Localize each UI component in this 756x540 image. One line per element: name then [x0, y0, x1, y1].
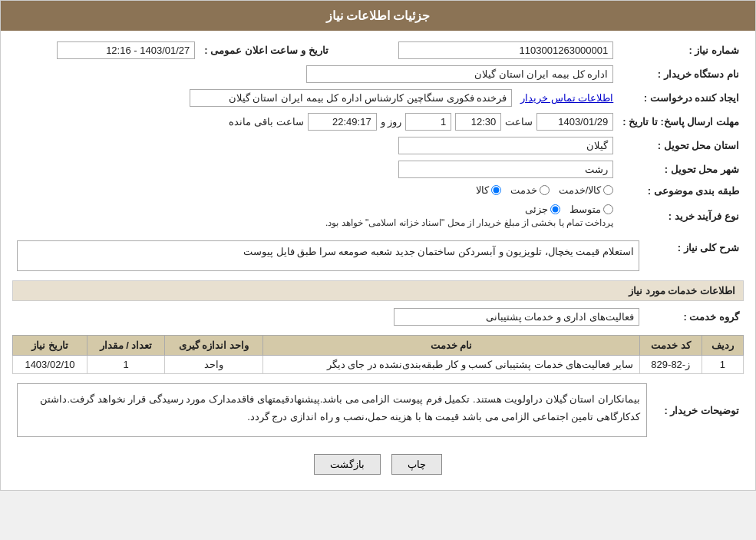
buyer-notes-label: توضیحات خریدار :: [652, 380, 744, 440]
need-number-input: 1103001263000001: [398, 41, 613, 59]
deadline-time-label: ساعت: [505, 116, 533, 128]
category-kala-khadamat-radio[interactable]: [603, 185, 613, 195]
announcement-input: 1403/01/27 - 12:16: [57, 41, 195, 59]
process-note: پرداخت تمام یا بخشی از مبلغ خریدار از مح…: [325, 217, 613, 228]
requester-value: اداره کل بیمه ایران استان گیلان: [12, 62, 618, 86]
deadline-remaining-label: ساعت باقی مانده: [229, 116, 303, 128]
cell-service-code: ز-82-829: [639, 356, 702, 374]
print-button[interactable]: چاپ: [391, 454, 442, 475]
back-button[interactable]: بازگشت: [314, 454, 381, 475]
col-header-quantity: تعداد / مقدار: [87, 336, 164, 356]
service-group-label: گروه خدمت :: [644, 305, 744, 329]
requester-label: نام دستگاه خریدار :: [618, 62, 744, 86]
category-radio-group: کالا/خدمت خدمت کالا: [476, 184, 614, 196]
process-label: نوع فرآیند خرید :: [618, 200, 744, 231]
category-kala-label: کالا: [476, 184, 489, 196]
announcement-label: تاریخ و ساعت اعلان عمومی :: [200, 38, 332, 62]
buyer-notes-cell: بیمانکاران استان گیلان دراولویت هستند. ت…: [12, 380, 652, 440]
content-area: شماره نیاز : 1103001263000001 تاریخ و سا…: [1, 31, 755, 490]
deadline-days-label: روز و: [381, 116, 402, 128]
category-row: کالا/خدمت خدمت کالا: [12, 181, 618, 200]
buyer-notes-text: بیمانکاران استان گیلان دراولویت هستند. ت…: [40, 393, 640, 422]
category-label: طبقه بندی موضوعی :: [618, 181, 744, 200]
creator-label: ایجاد کننده درخواست :: [618, 86, 744, 110]
service-group-table: گروه خدمت : فعالیت‌های اداری و خدمات پشت…: [12, 305, 744, 329]
deadline-remaining-input: 22:49:17: [308, 113, 377, 131]
cell-quantity: 1: [87, 356, 164, 374]
button-row: چاپ بازگشت: [12, 446, 744, 482]
need-number-value: 1103001263000001: [333, 38, 619, 62]
process-jozii-item: جزئی: [525, 204, 560, 215]
requester-input: اداره کل بیمه ایران استان گیلان: [306, 65, 613, 83]
description-text: استعلام قیمت یخچال، تلویزیون و آبسردکن س…: [243, 246, 634, 257]
announcement-value: 1403/01/27 - 12:16: [12, 38, 200, 62]
col-header-row-num: ردیف: [702, 336, 743, 356]
category-khadamat-radio[interactable]: [540, 185, 550, 195]
creator-input: فرخنده فکوری سنگاچین کارشناس اداره کل بی…: [190, 89, 512, 107]
deadline-date-input: 1403/01/29: [536, 113, 613, 131]
buyer-notes-table: توضیحات خریدار : بیمانکاران استان گیلان …: [12, 380, 744, 440]
city-input: رشت: [398, 161, 613, 178]
page-header: جزئیات اطلاعات نیاز: [1, 1, 755, 31]
process-motevaset-label: متوسط: [569, 204, 601, 215]
service-group-input: فعالیت‌های اداری و خدمات پشتیبانی: [394, 308, 639, 326]
category-kala-item: کالا: [476, 184, 501, 196]
category-kala-radio[interactable]: [491, 185, 501, 195]
category-kala-khadamat-item: کالا/خدمت: [559, 184, 614, 196]
buyer-notes-box: بیمانکاران استان گیلان دراولویت هستند. ت…: [17, 383, 647, 437]
cell-date: 1403/02/10: [13, 356, 87, 374]
deadline-days-input: 1: [405, 113, 451, 131]
description-table: شرح کلی نیاز : استعلام قیمت یخچال، تلویز…: [12, 237, 744, 274]
description-box: استعلام قیمت یخچال، تلویزیون و آبسردکن س…: [17, 240, 639, 271]
page-container: جزئیات اطلاعات نیاز شماره نیاز : 1103001…: [0, 0, 756, 491]
col-header-service-code: کد خدمت: [639, 336, 702, 356]
service-group-text: فعالیت‌های اداری و خدمات پشتیبانی: [486, 311, 634, 323]
deadline-label: مهلت ارسال پاسخ: تا تاریخ :: [618, 110, 744, 134]
process-jozii-radio[interactable]: [550, 204, 560, 214]
category-khadamat-item: خدمت: [510, 184, 550, 196]
category-kala-khadamat-label: کالا/خدمت: [559, 184, 602, 196]
info-table: شماره نیاز : 1103001263000001 تاریخ و سا…: [12, 38, 744, 231]
creator-link[interactable]: اطلاعات تماس خریدار: [520, 92, 613, 104]
cell-service-name: سایر فعالیت‌های خدمات پشتیبانی کسب و کار…: [262, 356, 639, 374]
services-section-title: اطلاعات خدمات مورد نیاز: [12, 280, 744, 301]
service-group-value-cell: فعالیت‌های اداری و خدمات پشتیبانی: [12, 305, 644, 329]
page-title: جزئیات اطلاعات نیاز: [326, 9, 431, 22]
process-jozii-label: جزئی: [525, 204, 548, 215]
need-number-label: شماره نیاز :: [618, 38, 744, 62]
city-value: رشت: [12, 157, 618, 181]
process-radio-group: متوسط جزئی: [525, 204, 613, 215]
col-header-unit: واحد اندازه گیری: [165, 336, 263, 356]
col-header-service-name: نام خدمت: [262, 336, 639, 356]
province-label: استان محل تحویل :: [618, 134, 744, 157]
description-label: شرح کلی نیاز :: [644, 237, 744, 274]
process-motevaset-radio[interactable]: [603, 204, 613, 214]
city-label: شهر محل تحویل :: [618, 157, 744, 181]
deadline-time-input: 12:30: [455, 113, 501, 131]
table-row: 1 ز-82-829 سایر فعالیت‌های خدمات پشتیبان…: [13, 356, 744, 374]
province-value: گیلان: [12, 134, 618, 157]
cell-unit: واحد: [165, 356, 263, 374]
service-items-table: ردیف کد خدمت نام خدمت واحد اندازه گیری ت…: [12, 335, 744, 374]
deadline-row: 1403/01/29 ساعت 12:30 1 روز و 22:49:17: [12, 110, 618, 134]
process-row: متوسط جزئی پرداخت تمام یا بخشی از مبلغ خ…: [12, 200, 618, 231]
deadline-fields: 1403/01/29 ساعت 12:30 1 روز و 22:49:17: [229, 113, 613, 131]
province-input: گیلان: [398, 137, 613, 154]
col-header-date: تاریخ نیاز: [13, 336, 87, 356]
description-value-cell: استعلام قیمت یخچال، تلویزیون و آبسردکن س…: [12, 237, 644, 274]
category-khadamat-label: خدمت: [510, 184, 537, 196]
process-motevaset-item: متوسط: [569, 204, 613, 215]
cell-row-num: 1: [702, 356, 743, 374]
creator-value: اطلاعات تماس خریدار فرخنده فکوری سنگاچین…: [12, 86, 618, 110]
